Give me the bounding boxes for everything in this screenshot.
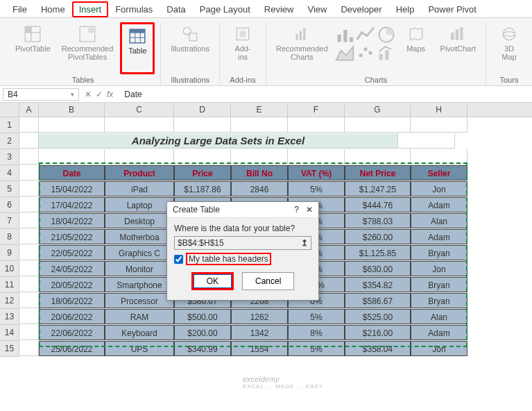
data-cell[interactable]: $788.03 [345,213,411,228]
data-cell[interactable]: $500.00 [174,309,231,324]
data-cell[interactable]: 24/05/2022 [39,261,105,276]
table-button[interactable]: Table [120,22,155,74]
row-header[interactable]: 3 [0,149,19,165]
data-cell[interactable]: 20/05/2022 [39,277,105,292]
name-box[interactable]: B4▾ [3,88,79,101]
data-cell[interactable]: $525.00 [345,309,411,324]
tab-developer[interactable]: Developer [334,1,388,17]
data-cell[interactable]: 22/05/2022 [39,245,105,260]
data-cell[interactable]: $1,187.86 [174,181,231,196]
data-cell[interactable]: Jon [411,181,467,196]
data-cell[interactable]: Adam [411,197,467,212]
data-cell[interactable]: Adam [411,229,467,244]
select-all-corner[interactable] [0,103,19,117]
cancel-button[interactable]: Cancel [242,272,294,290]
data-cell[interactable]: Jon [411,261,467,276]
tab-review[interactable]: Review [257,1,301,17]
data-cell[interactable]: iPad [105,181,174,196]
data-cell[interactable]: Jon [411,341,467,356]
data-cell[interactable]: Bryan [411,293,467,308]
table-header[interactable]: Seller [411,165,467,181]
row-header[interactable]: 2 [0,133,19,149]
row-header[interactable]: 11 [0,277,19,293]
tab-data[interactable]: Data [160,1,192,17]
data-cell[interactable]: 1554 [231,341,288,356]
table-header[interactable]: VAT (%) [288,165,345,181]
data-cell[interactable]: RAM [105,309,174,324]
data-cell[interactable]: 8% [288,325,345,340]
tab-insert[interactable]: Insert [72,1,109,17]
data-cell[interactable]: $1,247.25 [345,181,411,196]
tab-home[interactable]: Home [34,1,72,17]
col-header-a[interactable]: A [19,103,39,117]
col-header-e[interactable]: E [231,103,288,117]
tab-page-layout[interactable]: Page Layout [193,1,257,17]
data-cell[interactable]: 18/06/2022 [39,293,105,308]
row-header[interactable]: 6 [0,197,19,213]
data-cell[interactable]: Bryan [411,245,467,260]
ok-button[interactable]: OK [194,274,232,288]
data-cell[interactable]: 5% [288,309,345,324]
table-header[interactable]: Net Price [345,165,411,181]
data-cell[interactable]: $354.82 [345,277,411,292]
row-header[interactable]: 15 [0,341,19,357]
range-picker-icon[interactable]: ↥ [301,238,308,248]
close-icon[interactable]: ✕ [306,205,313,215]
data-cell[interactable]: Motherboa [105,229,174,244]
table-header[interactable]: Bill No [231,165,288,181]
data-cell[interactable]: UPS [105,341,174,356]
data-cell[interactable]: $586.67 [345,293,411,308]
data-cell[interactable]: Desktop [105,213,174,228]
fx-icon[interactable]: fx [107,90,113,99]
addins-button[interactable]: Add- ins [225,22,260,74]
table-header[interactable]: Product [105,165,174,181]
data-cell[interactable]: 22/06/2022 [39,325,105,340]
combo-chart-icon[interactable] [377,43,396,62]
col-header-b[interactable]: B [39,103,105,117]
data-cell[interactable]: 21/05/2022 [39,229,105,244]
pie-chart-icon[interactable] [377,25,396,44]
row-header[interactable]: 10 [0,261,19,277]
line-chart-icon[interactable] [356,25,375,44]
accept-formula-icon[interactable]: ✓ [96,90,103,99]
data-cell[interactable]: $340.99 [174,341,231,356]
data-cell[interactable]: $260.00 [345,229,411,244]
tab-power-pivot[interactable]: Power Pivot [421,1,483,17]
row-header[interactable]: 5 [0,181,19,197]
data-cell[interactable]: Keyboard [105,325,174,340]
data-cell[interactable]: $358.04 [345,341,411,356]
tab-view[interactable]: View [300,1,334,17]
chevron-down-icon[interactable]: ▾ [71,91,74,98]
row-header[interactable]: 9 [0,245,19,261]
data-cell[interactable]: 25/06/2022 [39,341,105,356]
data-cell[interactable]: 5% [288,181,345,196]
data-cell[interactable]: 18/04/2022 [39,213,105,228]
scatter-chart-icon[interactable] [356,43,375,62]
tab-file[interactable]: File [6,1,34,17]
data-cell[interactable]: 5% [288,341,345,356]
table-header[interactable]: Price [174,165,231,181]
data-cell[interactable]: Alan [411,309,467,324]
data-cell[interactable]: 15/04/2022 [39,181,105,196]
data-cell[interactable]: 17/04/2022 [39,197,105,212]
help-icon[interactable]: ? [294,205,299,215]
illustrations-button[interactable]: Illustrations [166,22,214,74]
data-cell[interactable]: 1342 [231,325,288,340]
data-cell[interactable]: Alan [411,213,467,228]
range-input[interactable]: $B$4:$H$15 ↥ [174,236,311,250]
data-cell[interactable]: Processor [105,293,174,308]
table-header[interactable]: Date [39,165,105,181]
data-cell[interactable]: Bryan [411,277,467,292]
tab-formulas[interactable]: Formulas [108,1,160,17]
recommended-pivottables-button[interactable]: Recommended PivotTables [58,22,118,74]
data-cell[interactable]: Monitor [105,261,174,276]
row-header[interactable]: 13 [0,309,19,325]
data-cell[interactable]: $630.00 [345,261,411,276]
3d-map-button[interactable]: 3D Map [492,22,526,74]
col-header-h[interactable]: H [411,103,467,117]
bar-chart-icon[interactable] [335,25,354,44]
data-cell[interactable]: Laptop [105,197,174,212]
data-cell[interactable]: $216.00 [345,325,411,340]
col-header-d[interactable]: D [174,103,231,117]
dialog-titlebar[interactable]: Create Table ? ✕ [167,202,318,218]
